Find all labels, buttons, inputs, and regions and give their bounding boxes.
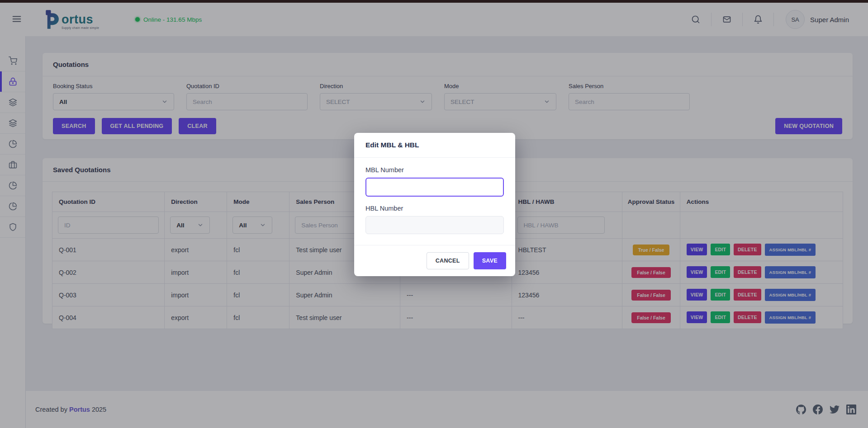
mbl-number-input[interactable] <box>365 178 504 197</box>
hbl-number-input[interactable] <box>365 216 504 234</box>
modal-title: Edit MBL & HBL <box>354 133 515 158</box>
app-screen: ortus Supply chain made simple Online - … <box>0 0 868 428</box>
cancel-button[interactable]: CANCEL <box>427 252 469 269</box>
mbl-number-label: MBL Number <box>365 166 504 174</box>
save-button[interactable]: SAVE <box>474 252 506 269</box>
hbl-number-label: HBL Number <box>365 205 504 212</box>
edit-mbl-hbl-modal: Edit MBL & HBL MBL Number HBL Number CAN… <box>354 133 515 276</box>
